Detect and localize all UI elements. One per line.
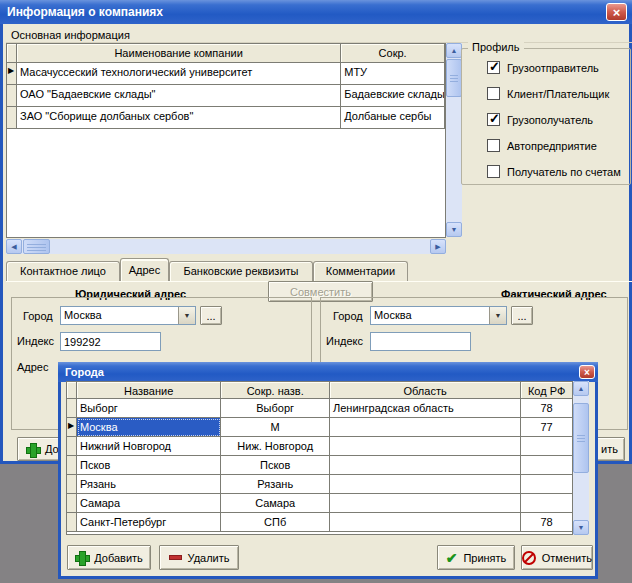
- cell-company-name[interactable]: ЗАО "Сборище долбаных сербов": [17, 107, 341, 129]
- cell-company-name[interactable]: Масачуссеский технологический университе…: [17, 63, 341, 85]
- cities-dialog-titlebar[interactable]: Города ×: [58, 362, 598, 382]
- row-marker-icon: [67, 456, 77, 475]
- cell-region[interactable]: [330, 456, 521, 475]
- tab-bank-details[interactable]: Банковские реквизиты: [169, 261, 313, 281]
- delete-city-button[interactable]: Удалить: [159, 545, 239, 570]
- column-header-city-abbr[interactable]: Сокр. назв.: [221, 382, 330, 399]
- tab-comments[interactable]: Комментарии: [313, 261, 408, 281]
- actual-city-combobox[interactable]: Москва ▼: [370, 306, 507, 325]
- companies-vertical-scrollbar[interactable]: ▲ ▼: [446, 43, 462, 237]
- scrollbar-thumb[interactable]: [446, 59, 462, 97]
- scroll-right-icon[interactable]: ▶: [430, 239, 446, 254]
- checkbox-row[interactable]: Автопредприятие: [487, 139, 597, 152]
- index-label: Индекс: [326, 335, 363, 347]
- cell-company-abbr[interactable]: Бадаевские склады: [341, 85, 445, 107]
- actual-city-browse-button[interactable]: ...: [511, 306, 533, 325]
- table-row[interactable]: ЗАО "Сборище долбаных сербов" Долбаные с…: [7, 107, 445, 129]
- table-row[interactable]: Псков Псков: [67, 456, 572, 475]
- cell-code[interactable]: [521, 475, 572, 494]
- companies-window-titlebar[interactable]: Информация о компаниях ×: [0, 0, 632, 24]
- cell-code[interactable]: 78: [521, 399, 572, 418]
- close-icon[interactable]: ×: [579, 365, 595, 379]
- accept-button[interactable]: ✔ Принять: [437, 545, 515, 570]
- cell-region[interactable]: [330, 437, 521, 456]
- table-row[interactable]: Рязань Рязань: [67, 475, 572, 494]
- cell-region[interactable]: [330, 513, 521, 532]
- checkbox-row[interactable]: Получатель по счетам: [487, 165, 621, 178]
- cancel-button[interactable]: Отменить: [521, 545, 593, 570]
- cell-city-name[interactable]: Москва: [77, 418, 221, 437]
- cell-company-abbr[interactable]: Долбаные сербы: [341, 107, 445, 129]
- row-marker-icon: ▶: [7, 63, 17, 85]
- checkbox-carrier[interactable]: [487, 139, 500, 152]
- row-marker-icon: ▶: [67, 418, 77, 437]
- tab-contact-person[interactable]: Контактное лицо: [6, 261, 120, 281]
- actual-index-input[interactable]: [370, 332, 471, 351]
- cell-city-name[interactable]: Санкт-Петербург: [77, 513, 221, 532]
- cell-region[interactable]: [330, 475, 521, 494]
- legal-city-combobox[interactable]: Москва ▼: [60, 306, 196, 325]
- cell-code[interactable]: [521, 437, 572, 456]
- cell-company-abbr[interactable]: МТУ: [341, 63, 445, 85]
- cell-city-name[interactable]: Псков: [77, 456, 221, 475]
- column-header-code[interactable]: Код РФ: [521, 382, 572, 399]
- column-header-region[interactable]: Область: [330, 382, 521, 399]
- column-header-name[interactable]: Наименование компании: [17, 44, 341, 63]
- cell-city-name[interactable]: Самара: [77, 494, 221, 513]
- checkbox-shipper[interactable]: [487, 61, 500, 74]
- checkbox-client[interactable]: [487, 87, 500, 100]
- column-header-city-name[interactable]: Название: [77, 382, 221, 399]
- cell-region[interactable]: [330, 494, 521, 513]
- checkbox-row[interactable]: Грузополучатель: [487, 113, 593, 126]
- scroll-down-icon[interactable]: ▼: [446, 222, 462, 237]
- checkbox-invoice-recipient[interactable]: [487, 165, 500, 178]
- cell-city-abbr[interactable]: Рязань: [221, 475, 330, 494]
- cell-city-abbr[interactable]: Выборг: [221, 399, 330, 418]
- chevron-down-icon[interactable]: ▼: [178, 307, 195, 324]
- table-row[interactable]: Нижний Новгород Ниж. Новгород: [67, 437, 572, 456]
- scroll-up-icon[interactable]: ▲: [446, 43, 462, 58]
- cell-city-abbr[interactable]: М: [221, 418, 330, 437]
- cell-code[interactable]: [521, 494, 572, 513]
- table-row[interactable]: ОАО "Бадаевские склады" Бадаевские склад…: [7, 85, 445, 107]
- companies-table[interactable]: Наименование компании Сокр. ▶ Масачуссес…: [6, 43, 446, 238]
- close-icon[interactable]: ×: [606, 3, 627, 21]
- table-row[interactable]: Выборг Выборг Ленинградская область 78: [67, 399, 572, 418]
- chevron-down-icon[interactable]: ▼: [489, 307, 506, 324]
- checkbox-row[interactable]: Грузоотправитель: [487, 61, 599, 74]
- checkbox-row[interactable]: Клиент/Плательщик: [487, 87, 609, 100]
- cell-city-name[interactable]: Выборг: [77, 399, 221, 418]
- scroll-up-icon[interactable]: ▲: [573, 381, 589, 396]
- checkbox-label: Автопредприятие: [507, 140, 597, 152]
- cell-city-name[interactable]: Нижний Новгород: [77, 437, 221, 456]
- cell-city-name[interactable]: Рязань: [77, 475, 221, 494]
- companies-horizontal-scrollbar[interactable]: ◀ ▶: [6, 239, 446, 254]
- cell-city-abbr[interactable]: Ниж. Новгород: [221, 437, 330, 456]
- cell-city-abbr[interactable]: СПб: [221, 513, 330, 532]
- cell-company-name[interactable]: ОАО "Бадаевские склады": [17, 85, 341, 107]
- scrollbar-thumb[interactable]: [23, 239, 50, 254]
- legal-city-browse-button[interactable]: ...: [200, 306, 222, 325]
- scroll-down-icon[interactable]: ▼: [573, 520, 589, 535]
- cell-region[interactable]: [330, 418, 521, 437]
- tab-address[interactable]: Адрес: [120, 258, 169, 281]
- legal-index-input[interactable]: [60, 332, 161, 351]
- scrollbar-thumb[interactable]: [573, 403, 589, 473]
- cities-table[interactable]: Название Сокр. назв. Область Код РФ Выбо…: [66, 381, 573, 535]
- cell-code[interactable]: 78: [521, 513, 572, 532]
- scroll-left-icon[interactable]: ◀: [6, 239, 22, 254]
- add-city-button[interactable]: Добавить: [67, 545, 151, 570]
- cities-vertical-scrollbar[interactable]: ▲ ▼: [573, 381, 589, 535]
- table-row[interactable]: Самара Самара: [67, 494, 572, 513]
- table-row[interactable]: Санкт-Петербург СПб 78: [67, 513, 572, 532]
- row-marker-icon: [67, 513, 77, 532]
- cell-code[interactable]: [521, 456, 572, 475]
- cell-region[interactable]: Ленинградская область: [330, 399, 521, 418]
- table-row-selected[interactable]: ▶ Москва М 77: [67, 418, 572, 437]
- cell-city-abbr[interactable]: Самара: [221, 494, 330, 513]
- checkbox-consignee[interactable]: [487, 113, 500, 126]
- cell-code[interactable]: 77: [521, 418, 572, 437]
- column-header-abbr[interactable]: Сокр.: [341, 44, 445, 63]
- table-row[interactable]: ▶ Масачуссеский технологический универси…: [7, 63, 445, 85]
- cell-city-abbr[interactable]: Псков: [221, 456, 330, 475]
